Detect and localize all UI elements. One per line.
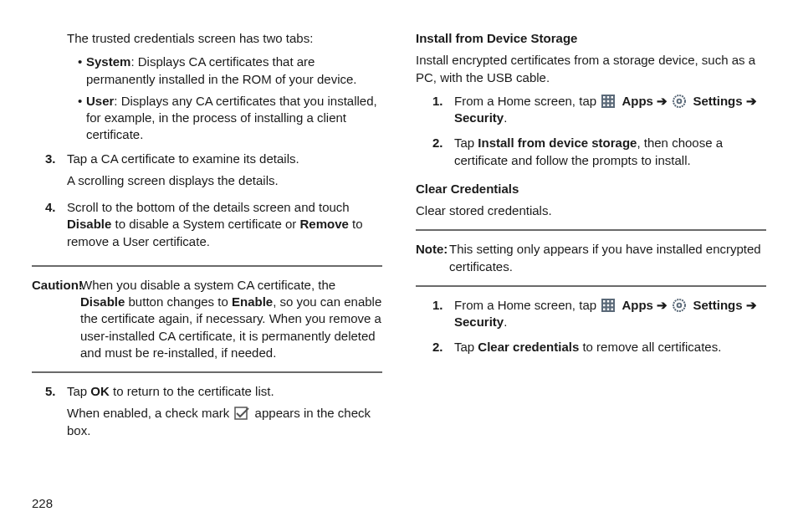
clear-s2-pre: Tap [454,340,478,354]
svg-rect-4 [611,96,614,99]
svg-rect-16 [607,300,610,303]
arrow-icon: ➔ [657,298,668,312]
caution-mid: button changes to [125,294,232,309]
bullet-system-label: System [86,54,130,69]
svg-rect-21 [603,308,606,310]
install-step-2-number: 2. [432,135,454,172]
install-s1-apps: Apps [622,94,653,108]
apps-icon [601,95,616,108]
install-s1-settings: Settings [693,94,742,108]
divider [416,229,766,231]
settings-icon [673,299,688,312]
left-column: The trusted credentials screen has two t… [32,30,382,515]
checkmark-icon [234,407,249,420]
svg-rect-17 [611,300,614,303]
svg-point-26 [678,304,681,306]
clear-s1-dot: . [504,315,507,329]
bullet-user-text: User: Displays any CA certificates that … [86,93,382,144]
clear-s1-pre: From a Home screen, tap [454,298,600,312]
caution-text: When you disable a system CA certificate… [80,277,382,361]
arrow-icon: ➔ [657,94,668,108]
clear-step-2: 2. Tap Clear credentials to remove all c… [432,339,766,359]
svg-rect-10 [611,104,614,106]
svg-rect-22 [607,308,610,310]
caution-block: Caution! When you disable a system CA ce… [32,277,382,361]
step-5-number: 5. [45,383,67,444]
install-step-1-body: From a Home screen, tap Apps ➔ [454,93,766,130]
install-s2-pre: Tap [454,136,478,150]
svg-rect-7 [611,100,614,103]
page-number: 228 [32,495,53,512]
note-label: Note: [416,241,449,258]
step-4-pre: Scroll to the bottom of the details scre… [67,200,350,214]
step-3-line2: A scrolling screen displays the details. [67,172,382,189]
clear-step-2-number: 2. [432,339,454,359]
caution-label: Caution! [32,277,80,294]
clear-s1-security: Security [454,315,504,329]
manual-page: The trusted credentials screen has two t… [0,0,798,532]
clear-heading: Clear Credentials [416,181,766,197]
install-s1-pre: From a Home screen, tap [454,94,600,108]
step-3: 3. Tap a CA certificate to examine its d… [45,151,382,195]
bullet-user: • User: Displays any CA certificates tha… [78,93,382,144]
clear-step-1-body: From a Home screen, tap Apps ➔ [454,297,766,335]
install-s2-bold: Install from device storage [478,136,637,150]
svg-rect-18 [603,304,606,307]
clear-intro: Clear stored credentials. [416,202,766,219]
clear-s1-settings: Settings [693,298,742,312]
bullet-system: • System: Displays CA certificates that … [78,54,382,88]
clear-s2-bold: Clear credentials [478,340,579,354]
apps-icon [601,299,616,312]
divider [416,285,766,287]
step-4: 4. Scroll to the bottom of the details s… [45,199,382,255]
svg-rect-3 [607,96,610,99]
divider [32,371,382,373]
caution-disable: Disable [80,294,125,309]
clear-step-1: 1. From a Home screen, tap Apps ➔ [432,297,766,335]
note-text: This setting only appears if you have in… [449,241,766,275]
caution-enable: Enable [232,294,273,309]
svg-rect-20 [611,304,614,307]
install-s1-security: Security [454,110,504,125]
step-3-line1: Tap a CA certificate to examine its deta… [67,151,382,167]
bullet-user-desc: : Displays any CA certificates that you … [86,94,377,142]
step-4-remove: Remove [299,217,348,231]
svg-rect-5 [603,100,606,103]
clear-step-2-body: Tap Clear credentials to remove all cert… [454,339,766,359]
svg-rect-23 [611,308,614,310]
install-step-2-body: Tap Install from device storage, then ch… [454,135,766,172]
bullet-dot: • [78,93,86,144]
svg-rect-9 [607,104,610,106]
svg-rect-19 [607,304,610,307]
install-step-1: 1. From a Home screen, tap Apps ➔ [432,93,766,130]
install-step-2: 2. Tap Install from device storage, then… [432,135,766,172]
step-4-number: 4. [45,199,67,255]
install-intro: Install encrypted certificates from a st… [416,52,766,86]
svg-rect-15 [603,300,606,303]
step-3-number: 3. [45,151,67,195]
step-4-mid: to disable a System certificate or [111,217,299,231]
trusted-creds-intro: The trusted credentials screen has two t… [67,30,382,47]
settings-icon [673,95,688,108]
step-5-ok: OK [90,384,110,398]
step-5-pre: Tap [67,384,90,398]
note-block: Note: This setting only appears if you h… [416,241,766,275]
caution-pre: When you disable a system CA certificate… [80,278,335,292]
step-5-l2a: When enabled, a check mark [67,406,233,420]
bullet-system-text: System: Displays CA certificates that ar… [86,54,382,88]
svg-rect-8 [603,104,606,106]
arrow-icon: ➔ [746,298,757,312]
right-column: Install from Device Storage Install encr… [416,30,766,515]
install-heading: Install from Device Storage [416,30,766,47]
install-s1-dot: . [504,110,507,125]
step-5-body: Tap OK to return to the certificate list… [67,383,382,444]
divider [32,265,382,267]
tabs-bullet-list: • System: Displays CA certificates that … [78,54,382,143]
install-step-1-number: 1. [432,93,454,130]
bullet-user-label: User [86,94,114,108]
bullet-dot: • [78,54,86,88]
svg-rect-6 [607,100,610,103]
clear-s1-apps: Apps [622,298,653,312]
svg-rect-2 [603,96,606,99]
clear-s2-post: to remove all certificates. [579,340,721,354]
